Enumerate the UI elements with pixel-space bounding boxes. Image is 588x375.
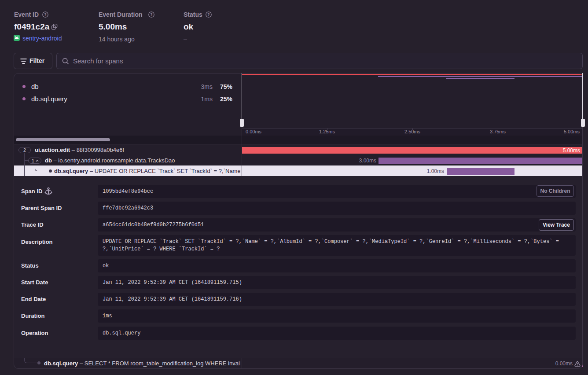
svg-text:?: ? bbox=[207, 12, 209, 17]
svg-text:?: ? bbox=[150, 12, 152, 17]
svg-text:?: ? bbox=[44, 12, 46, 17]
